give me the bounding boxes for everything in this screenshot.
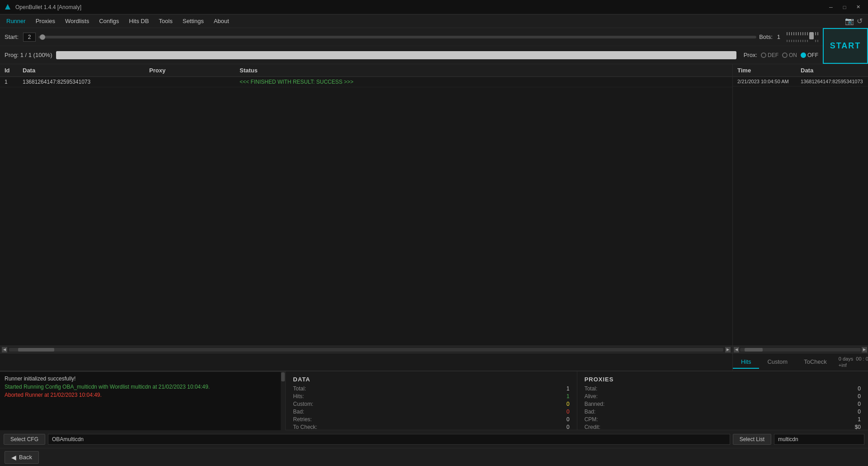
tick-bot bbox=[796, 40, 797, 42]
tick-bot bbox=[800, 40, 801, 42]
maximize-button[interactable]: □ bbox=[838, 2, 851, 12]
start-value-input[interactable] bbox=[23, 33, 36, 42]
stat-total-key: Total: bbox=[293, 385, 306, 392]
proxstat-total-val: 0 bbox=[858, 385, 861, 392]
start-row: Start: Bots: 1 bbox=[0, 28, 823, 46]
back-button[interactable]: ◀ Back bbox=[5, 451, 39, 464]
stats-row: Runner initialized succesfully! Started … bbox=[0, 371, 868, 430]
tick-bot bbox=[791, 40, 792, 42]
log-scroll-thumb bbox=[281, 372, 285, 381]
hit-data: 13681264147:82595341073 bbox=[801, 79, 863, 84]
scroll-left-arrow[interactable]: ◀ bbox=[2, 347, 7, 352]
hits-scroll-left[interactable]: ◀ bbox=[734, 347, 739, 352]
tick bbox=[802, 32, 803, 35]
tick-bot bbox=[802, 40, 803, 42]
tick-bot bbox=[807, 40, 808, 42]
tick bbox=[798, 32, 799, 35]
app-wrapper: OpenBullet 1.4.4 [Anomaly] ─ □ ✕ Runner … bbox=[0, 0, 868, 466]
stat-retries: Retries: 0 bbox=[293, 416, 569, 423]
tab-custom[interactable]: Custom bbox=[759, 356, 796, 369]
menu-bar: Runner Proxies Wordlists Configs Hits DB… bbox=[0, 14, 868, 28]
tabs-row: Hits Custom ToCheck 0 days 00 : 00 : 00 … bbox=[0, 353, 868, 371]
proxy-off-label: OFF bbox=[807, 52, 818, 58]
menu-configs[interactable]: Configs bbox=[94, 16, 123, 26]
hits-col-data: Data bbox=[801, 67, 863, 74]
tick-bot bbox=[817, 40, 818, 42]
col-header-proxy: Proxy bbox=[149, 67, 240, 74]
prog-label: Prog: 1 / 1 (100%) bbox=[5, 52, 52, 58]
results-table-header: Id Data Proxy Status bbox=[0, 64, 732, 77]
menu-settings[interactable]: Settings bbox=[178, 16, 208, 26]
hit-row: 2/21/2023 10:04:50 AM 13681264147:825953… bbox=[733, 77, 868, 86]
prox-label: Prox: bbox=[744, 52, 757, 58]
proxy-stats-title: PROXIES bbox=[585, 376, 861, 383]
stat-tocheck-key: To Check: bbox=[293, 424, 317, 430]
hits-panel: Time Data 2/21/2023 10:04:50 AM 13681264… bbox=[732, 64, 868, 353]
hits-table-header: Time Data bbox=[733, 64, 868, 77]
close-button[interactable]: ✕ bbox=[852, 2, 864, 12]
hits-scroll-track[interactable] bbox=[740, 348, 861, 352]
proxy-on-radio bbox=[782, 52, 788, 58]
stat-tocheck: To Check: 0 bbox=[293, 424, 569, 430]
bots-slider[interactable] bbox=[787, 32, 818, 42]
window-controls: ─ □ ✕ bbox=[825, 2, 864, 12]
tick-bot bbox=[798, 40, 799, 42]
tab-hits[interactable]: Hits bbox=[733, 356, 759, 369]
minimize-button[interactable]: ─ bbox=[825, 2, 837, 12]
stat-tocheck-val: 0 bbox=[566, 424, 570, 430]
refresh-icon[interactable]: ↺ bbox=[857, 17, 863, 25]
back-label: Back bbox=[19, 454, 32, 461]
hit-time: 2/21/2023 10:04:50 AM bbox=[737, 79, 801, 84]
tab-tocheck[interactable]: ToCheck bbox=[796, 356, 835, 369]
scroll-right-arrow[interactable]: ▶ bbox=[725, 347, 731, 352]
ticks-top bbox=[787, 32, 818, 39]
col-header-data: Data bbox=[23, 67, 149, 74]
hits-hscrollbar[interactable]: ◀ ▶ bbox=[733, 346, 868, 353]
table-row: 1 13681264147:82595341073 <<< FINISHED W… bbox=[0, 77, 732, 87]
results-table-body: 1 13681264147:82595341073 <<< FINISHED W… bbox=[0, 77, 732, 346]
cell-status: <<< FINISHED WITH RESULT: SUCCESS >>> bbox=[240, 79, 728, 85]
menu-proxies[interactable]: Proxies bbox=[31, 16, 60, 26]
bots-knob[interactable] bbox=[809, 32, 814, 39]
log-scrollbar[interactable] bbox=[281, 372, 285, 430]
proxstat-cpm-key: CPM: bbox=[585, 416, 598, 423]
start-button[interactable]: START bbox=[823, 28, 868, 64]
results-hscrollbar[interactable]: ◀ ▶ bbox=[0, 346, 732, 353]
proxy-off-radio bbox=[801, 52, 806, 58]
list-name-input[interactable] bbox=[774, 434, 864, 445]
data-stats-title: DATA bbox=[293, 376, 569, 383]
proxy-def-option[interactable]: DEF bbox=[761, 52, 778, 58]
proxstat-credit: Credit: $0 bbox=[585, 424, 861, 430]
select-cfg-button[interactable]: Select CFG bbox=[4, 434, 45, 445]
menu-hitsdb[interactable]: Hits DB bbox=[124, 16, 153, 26]
cfg-name-input[interactable] bbox=[48, 434, 730, 445]
tick bbox=[805, 32, 806, 35]
proxy-def-radio bbox=[761, 52, 766, 58]
proxstat-total: Total: 0 bbox=[585, 385, 861, 392]
proxstat-bad: Bad: 0 bbox=[585, 409, 861, 415]
menu-about[interactable]: About bbox=[209, 16, 234, 26]
scroll-track[interactable] bbox=[9, 348, 723, 352]
start-slider[interactable] bbox=[38, 36, 756, 38]
stat-bad: Bad: 0 bbox=[293, 409, 569, 415]
tick bbox=[817, 32, 818, 35]
title-bar: OpenBullet 1.4.4 [Anomaly] ─ □ ✕ bbox=[0, 0, 868, 14]
stat-hits-key: Hits: bbox=[293, 393, 304, 399]
camera-icon[interactable]: 📷 bbox=[845, 17, 854, 25]
progress-bar-container bbox=[56, 51, 736, 59]
menu-tools[interactable]: Tools bbox=[154, 16, 177, 26]
back-area: ◀ Back bbox=[0, 448, 868, 466]
bottom-toolbar: Select CFG Select List bbox=[0, 430, 868, 448]
proxy-on-option[interactable]: ON bbox=[782, 52, 797, 58]
content-area: Id Data Proxy Status 1 13681264147:82595… bbox=[0, 64, 868, 353]
scroll-thumb bbox=[18, 348, 54, 352]
select-list-button[interactable]: Select List bbox=[733, 434, 771, 445]
menu-runner[interactable]: Runner bbox=[2, 16, 30, 26]
app-icon bbox=[4, 3, 12, 11]
hits-scroll-right[interactable]: ▶ bbox=[862, 347, 867, 352]
proxy-off-option[interactable]: OFF bbox=[801, 52, 818, 58]
stat-custom-val: 0 bbox=[566, 401, 570, 407]
menu-wordlists[interactable]: Wordlists bbox=[61, 16, 94, 26]
col-header-id: Id bbox=[5, 67, 23, 74]
cell-data: 13681264147:82595341073 bbox=[23, 79, 149, 85]
